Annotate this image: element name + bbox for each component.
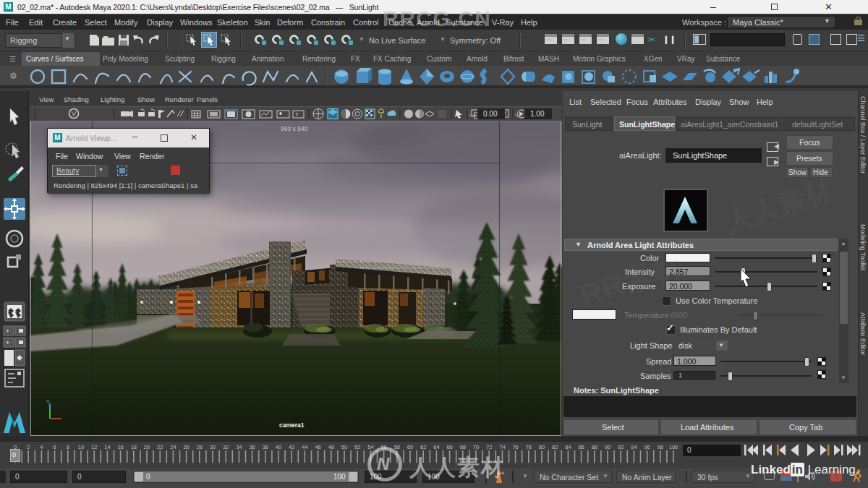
svg-text:36: 36 [249,444,255,450]
svg-text:70: 70 [473,444,479,450]
svg-text:T: T [295,111,299,118]
svg-text:8: 8 [67,444,69,450]
svg-text:94: 94 [631,444,637,450]
svg-text:18: 18 [131,444,137,450]
svg-text:84: 84 [565,444,571,450]
svg-text:96: 96 [644,444,650,450]
svg-text:86: 86 [578,444,584,450]
svg-text:26: 26 [183,444,189,450]
svg-text:72: 72 [486,444,492,450]
svg-text:14: 14 [104,444,110,450]
svg-text:82: 82 [552,444,558,450]
svg-text:100: 100 [669,444,678,450]
svg-text:46: 46 [315,444,320,450]
svg-text:34: 34 [236,444,242,450]
svg-text:60: 60 [407,444,413,450]
svg-text:32: 32 [223,444,229,450]
svg-text:88: 88 [592,444,597,450]
svg-text:48: 48 [328,444,334,450]
svg-text:12: 12 [91,444,97,450]
svg-text:+: + [6,328,9,335]
svg-text:38: 38 [263,444,268,450]
svg-text:2: 2 [27,444,30,450]
svg-text:4: 4 [40,444,43,450]
svg-text:90: 90 [605,444,610,450]
svg-text:76: 76 [512,444,518,450]
svg-text:74: 74 [499,444,505,450]
svg-text:54: 54 [367,444,373,450]
svg-text:16: 16 [117,444,123,450]
svg-text:80: 80 [539,444,545,450]
svg-text:22: 22 [157,444,163,450]
svg-text:52: 52 [354,444,360,450]
svg-text:+: + [6,339,9,346]
svg-text:66: 66 [446,444,452,450]
svg-text:62: 62 [420,444,426,450]
svg-text:10: 10 [78,444,84,450]
svg-text:28: 28 [197,444,203,450]
svg-text:68: 68 [460,444,466,450]
svg-text:40: 40 [276,444,281,450]
svg-text:98: 98 [658,444,663,450]
svg-text:20: 20 [144,444,150,450]
svg-text:44: 44 [302,444,307,450]
svg-text:50: 50 [341,444,347,450]
svg-text:78: 78 [526,444,532,450]
svg-text:92: 92 [618,444,624,450]
svg-text:30: 30 [210,444,216,450]
svg-text:6: 6 [54,444,56,450]
svg-text:64: 64 [433,444,439,450]
svg-text:42: 42 [289,444,294,450]
svg-text:24: 24 [170,444,176,450]
